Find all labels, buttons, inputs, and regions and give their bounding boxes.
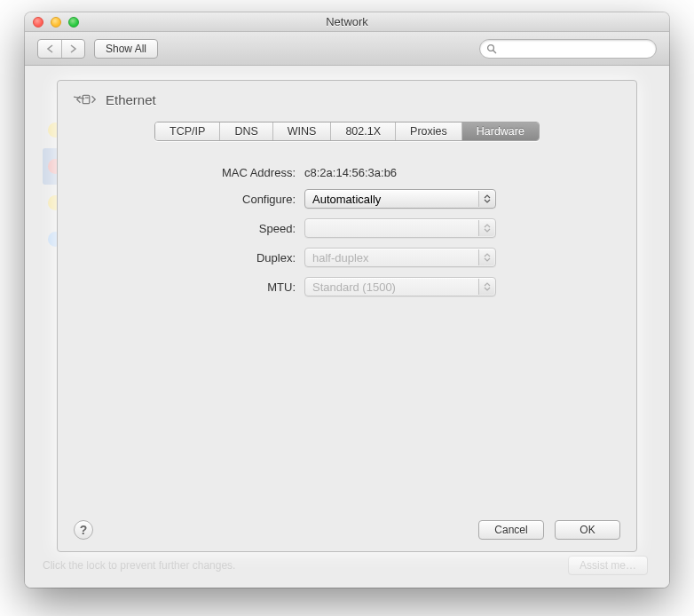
svg-point-0 [488, 44, 494, 51]
chevron-updown-icon [478, 220, 494, 236]
nav-back-forward [37, 39, 85, 59]
label-configure: Configure: [58, 193, 304, 206]
svg-rect-2 [83, 95, 89, 103]
sheet: Ethernet TCP/IP DNS WINS 802.1X Proxies … [57, 80, 637, 552]
tabs: TCP/IP DNS WINS 802.1X Proxies Hardware [58, 122, 636, 141]
tab-hardware[interactable]: Hardware [461, 122, 539, 140]
select-speed [304, 218, 496, 238]
close-icon[interactable] [33, 17, 43, 28]
window-title: Network [25, 15, 669, 28]
back-button[interactable] [38, 40, 61, 58]
tab-group: TCP/IP DNS WINS 802.1X Proxies Hardware [154, 122, 540, 141]
chevron-updown-icon [478, 279, 494, 295]
traffic-lights [25, 17, 79, 28]
label-mtu: MTU: [58, 280, 304, 294]
sheet-footer: ? Cancel OK [74, 520, 620, 540]
label-duplex: Duplex: [58, 251, 304, 265]
value-mac: c8:2a:14:56:3a:b6 [304, 166, 397, 179]
chevron-updown-icon [478, 249, 494, 265]
content: Location: Home Wi-FiConnected EthernetCa… [25, 66, 669, 588]
form: MAC Address: c8:2a:14:56:3a:b6 Configure… [58, 166, 636, 296]
sheet-header: Ethernet [58, 81, 636, 109]
select-configure-value: Automatically [312, 193, 381, 206]
select-mtu-value: Standard (1500) [312, 280, 396, 294]
zoom-icon[interactable] [68, 17, 79, 28]
minimize-icon[interactable] [51, 17, 61, 28]
tab-tcpip[interactable]: TCP/IP [155, 122, 219, 140]
label-speed: Speed: [58, 222, 304, 235]
sheet-title: Ethernet [106, 92, 156, 107]
cancel-button[interactable]: Cancel [478, 520, 544, 540]
tab-proxies[interactable]: Proxies [395, 122, 461, 140]
tab-dns[interactable]: DNS [219, 122, 272, 140]
select-duplex-value: half-duplex [312, 251, 369, 265]
tab-wins[interactable]: WINS [272, 122, 331, 140]
select-configure[interactable]: Automatically [304, 189, 496, 209]
forward-button[interactable] [61, 40, 84, 58]
svg-line-1 [493, 50, 496, 52]
tab-8021x[interactable]: 802.1X [330, 122, 395, 140]
window: Network Show All Location: Home Wi- [25, 12, 669, 588]
select-duplex: half-duplex [304, 248, 496, 267]
select-mtu: Standard (1500) [304, 277, 496, 296]
chevron-updown-icon [478, 191, 494, 207]
show-all-button[interactable]: Show All [94, 39, 158, 59]
ethernet-icon [74, 90, 99, 109]
label-mac: MAC Address: [58, 166, 304, 179]
bg-bottom: Click the lock to prevent further change… [43, 556, 648, 575]
help-button[interactable]: ? [74, 520, 93, 540]
search-input[interactable] [479, 39, 657, 59]
titlebar: Network [25, 12, 669, 32]
search-icon [486, 43, 497, 54]
toolbar: Show All [25, 32, 669, 66]
search-field[interactable] [501, 43, 650, 55]
ok-button[interactable]: OK [555, 520, 620, 540]
